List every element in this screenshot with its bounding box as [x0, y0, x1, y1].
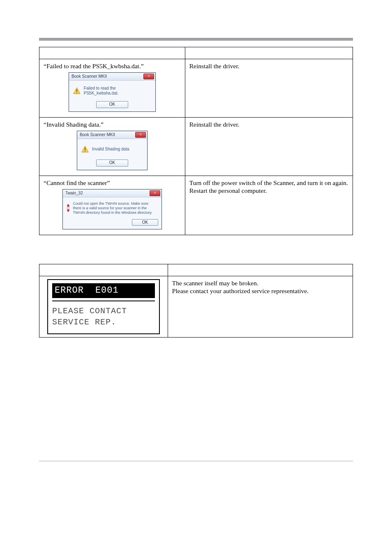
dialog-titlebar: Book Scanner MKII x [77, 131, 147, 139]
content: “Failed to read the PS5K_kwbsha.dat.” Bo… [39, 47, 353, 338]
error-quote: “Invalid Shading data.” [44, 120, 181, 128]
svg-rect-5 [85, 151, 85, 152]
table-row: ERROR E001 PLEASE CONTACT SERVICE REP. T… [39, 276, 353, 338]
bottom-divider [39, 461, 353, 461]
error-quote: “Cannot find the scanner” [44, 179, 181, 187]
windows-dialog: Twain_32 x Could not open the TWAIN sour… [62, 189, 162, 229]
dialog-titlebar: Twain_32 x [63, 190, 161, 197]
table1-header-left [39, 47, 185, 59]
table2-header-left [39, 264, 168, 276]
solution-line-1: The scanner itself may be broken. [172, 279, 348, 287]
lcd-line-1: PLEASE CONTACT [52, 305, 155, 317]
dialog-title: Book Scanner MKII [80, 132, 115, 138]
svg-rect-1 [76, 90, 77, 92]
ok-button[interactable]: OK [132, 219, 158, 226]
table-row: “Cannot find the scanner” Twain_32 x Cou… [39, 176, 353, 235]
solution-cell: Turn off the power switch of the Scanner… [185, 176, 353, 235]
windows-dialog: Book Scanner MKII x Failed to read the P… [69, 72, 156, 112]
dialog-title: Book Scanner MKII [71, 74, 107, 79]
error-icon [67, 204, 70, 212]
dialog-body: Invalid Shading data [92, 147, 129, 152]
top-divider [39, 38, 353, 41]
svg-rect-4 [85, 148, 85, 150]
table2-header-right [168, 264, 353, 276]
lcd-top-line: ERROR E001 [52, 283, 155, 298]
warning-icon [73, 87, 81, 95]
warning-icon [81, 146, 89, 153]
solution-line-2: Please contact your authorized service r… [172, 287, 348, 295]
table-row: “Invalid Shading data.” Book Scanner MKI… [39, 117, 353, 176]
svg-rect-2 [76, 92, 77, 93]
lcd-line-2: SERVICE REP. [52, 317, 155, 328]
error-messages-table-2: ERROR E001 PLEASE CONTACT SERVICE REP. T… [39, 264, 353, 338]
dialog-title: Twain_32 [65, 191, 83, 196]
close-icon[interactable]: x [143, 74, 154, 79]
ok-button[interactable]: OK [96, 160, 128, 166]
solution-cell: The scanner itself may be broken. Please… [168, 276, 353, 338]
ok-button[interactable]: OK [96, 101, 128, 108]
table-row: “Failed to read the PS5K_kwbsha.dat.” Bo… [39, 59, 353, 118]
lcd-error-label: ERROR [55, 285, 84, 296]
error-messages-table-1: “Failed to read the PS5K_kwbsha.dat.” Bo… [39, 47, 353, 235]
dialog-titlebar: Book Scanner MKII x [69, 73, 155, 81]
windows-dialog: Book Scanner MKII x Invalid Shading data… [77, 131, 148, 170]
table1-header-right [185, 47, 353, 59]
dialog-body: Failed to read the PS5K_kwbsha.dat. [84, 86, 151, 96]
lcd-divider [52, 301, 155, 301]
error-quote: “Failed to read the PS5K_kwbsha.dat.” [44, 62, 181, 70]
lcd-error-code: E001 [95, 285, 119, 296]
solution-cell: Reinstall the driver. [185, 117, 353, 176]
solution-cell: Reinstall the driver. [185, 59, 353, 118]
close-icon[interactable]: x [135, 132, 146, 138]
lcd-panel: ERROR E001 PLEASE CONTACT SERVICE REP. [47, 279, 160, 334]
dialog-body: Could not open the TWAIN source. Make su… [73, 201, 157, 215]
close-icon[interactable]: x [150, 190, 160, 196]
